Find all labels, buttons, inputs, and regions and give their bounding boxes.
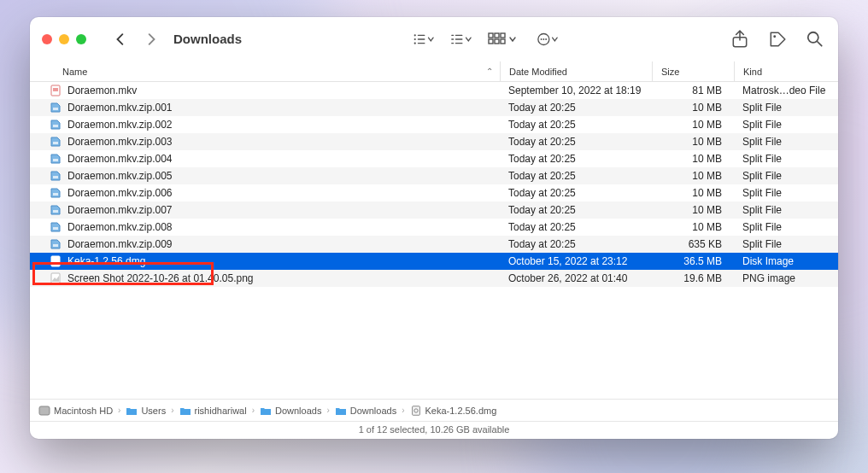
chevron-right-icon: › (326, 406, 329, 415)
file-name: Doraemon.mkv.zip.001 (67, 102, 173, 114)
svg-rect-35 (53, 227, 58, 230)
path-item-label: rishidhariwal (195, 406, 247, 416)
svg-rect-16 (495, 39, 499, 44)
file-kind: Split File (734, 119, 838, 131)
file-name: Doraemon.mkv.zip.004 (67, 153, 173, 165)
svg-point-2 (414, 38, 416, 39)
file-kind: Matrosk…deo File (734, 85, 838, 96)
column-header: Name ⌃ Date Modified Size Kind (30, 61, 838, 82)
file-size: 36.5 MB (652, 255, 734, 267)
close-button[interactable] (42, 34, 52, 44)
file-modified: Today at 20:25 (500, 204, 652, 216)
file-row[interactable]: Screen Shot 2022-10-26 at 01.40.05.pngOc… (30, 270, 838, 287)
path-item[interactable]: Downloads (335, 405, 396, 417)
file-size: 10 MB (652, 119, 734, 131)
file-name: Doraemon.mkv.zip.008 (67, 221, 173, 233)
file-modified: Today at 20:25 (500, 238, 652, 250)
path-item-label: Downloads (350, 406, 396, 416)
tag-icon[interactable] (766, 30, 789, 49)
file-modified: Today at 20:25 (500, 187, 652, 199)
path-item[interactable]: Downloads (260, 405, 321, 417)
zoom-button[interactable] (76, 34, 86, 44)
file-kind: PNG image (734, 272, 838, 284)
file-name: Doraemon.mkv.zip.009 (67, 238, 173, 250)
view-options-icon[interactable] (487, 30, 521, 49)
svg-rect-40 (39, 406, 50, 415)
file-row[interactable]: Doraemon.mkv.zip.007Today at 20:2510 MBS… (30, 201, 838, 219)
minimize-button[interactable] (59, 34, 69, 44)
file-modified: Today at 20:25 (500, 119, 652, 131)
path-item[interactable]: Keka-1.2.56.dmg (410, 405, 497, 417)
svg-rect-41 (412, 406, 419, 415)
file-icon (49, 169, 62, 183)
window-title: Downloads (173, 32, 242, 46)
svg-point-24 (808, 32, 818, 42)
file-row[interactable]: Doraemon.mkv.zip.006Today at 20:2510 MBS… (30, 184, 838, 201)
file-name: Doraemon.mkv.zip.007 (67, 204, 173, 216)
path-bar[interactable]: Macintosh HD›Users›rishidhariwal›Downloa… (30, 399, 838, 421)
chevron-right-icon: › (252, 406, 255, 415)
view-groups-icon[interactable] (412, 30, 434, 49)
path-item-label: Users (141, 406, 166, 416)
file-row[interactable]: Doraemon.mkv.zip.008Today at 20:2510 MBS… (30, 219, 838, 236)
action-menu-icon[interactable] (537, 30, 559, 49)
svg-point-4 (414, 42, 416, 44)
path-item[interactable]: Users (126, 405, 166, 417)
svg-rect-36 (53, 244, 58, 247)
file-size: 10 MB (652, 102, 734, 114)
file-size: 635 KB (652, 238, 734, 250)
svg-point-0 (414, 34, 416, 36)
file-kind: Split File (734, 204, 838, 216)
path-item-icon (38, 405, 50, 417)
file-modified: Today at 20:25 (500, 102, 652, 114)
file-kind: Split File (734, 136, 838, 148)
file-kind: Split File (734, 221, 838, 233)
file-list[interactable]: Doraemon.mkvSeptember 10, 2022 at 18:198… (30, 82, 838, 399)
svg-rect-17 (501, 39, 505, 44)
svg-rect-32 (53, 176, 58, 178)
file-name: Doraemon.mkv.zip.002 (67, 119, 173, 131)
file-icon (49, 186, 62, 200)
path-item[interactable]: rishidhariwal (179, 405, 247, 417)
file-kind: Split File (734, 170, 838, 182)
search-icon[interactable] (804, 30, 826, 49)
svg-rect-13 (495, 33, 499, 38)
path-item-icon (335, 405, 347, 417)
file-icon (49, 118, 62, 131)
file-size: 19.6 MB (652, 272, 734, 284)
toolbar-icons (412, 30, 559, 49)
file-row[interactable]: Doraemon.mkv.zip.005Today at 20:2510 MBS… (30, 167, 838, 184)
file-icon (49, 220, 62, 234)
share-icon[interactable] (729, 30, 751, 49)
file-row[interactable]: Doraemon.mkv.zip.009Today at 20:25635 KB… (30, 236, 838, 253)
file-row[interactable]: Doraemon.mkv.zip.003Today at 20:2510 MBS… (30, 133, 838, 150)
col-header-size[interactable]: Size (652, 61, 734, 81)
file-size: 10 MB (652, 221, 734, 233)
window-controls (42, 34, 86, 44)
file-size: 10 MB (652, 187, 734, 199)
file-size: 10 MB (652, 153, 734, 165)
file-name: Keka-1.2.56.dmg (67, 255, 145, 267)
svg-rect-28 (53, 108, 58, 110)
file-row[interactable]: Doraemon.mkv.zip.001Today at 20:2510 MBS… (30, 99, 838, 116)
sort-asc-icon: ⌃ (486, 67, 493, 76)
svg-rect-12 (489, 33, 493, 38)
toolbar-right (729, 30, 826, 49)
view-list-icon[interactable] (449, 30, 472, 49)
col-header-kind[interactable]: Kind (734, 61, 838, 81)
file-modified: Today at 20:25 (500, 221, 652, 233)
file-row[interactable]: Doraemon.mkvSeptember 10, 2022 at 18:198… (30, 82, 838, 99)
svg-point-23 (773, 35, 776, 38)
back-button[interactable] (108, 29, 132, 50)
svg-rect-29 (53, 125, 58, 127)
col-header-modified[interactable]: Date Modified (500, 61, 652, 81)
forward-button[interactable] (139, 29, 163, 50)
path-item-icon (179, 405, 191, 417)
file-row[interactable]: Keka-1.2.56.dmgOctober 15, 2022 at 23:12… (30, 253, 838, 270)
file-row[interactable]: Doraemon.mkv.zip.002Today at 20:2510 MBS… (30, 116, 838, 133)
path-item[interactable]: Macintosh HD (38, 405, 113, 417)
file-row[interactable]: Doraemon.mkv.zip.004Today at 20:2510 MBS… (30, 150, 838, 167)
chevron-right-icon: › (171, 406, 173, 415)
col-header-name[interactable]: Name ⌃ (30, 67, 500, 77)
file-size: 10 MB (652, 136, 734, 148)
